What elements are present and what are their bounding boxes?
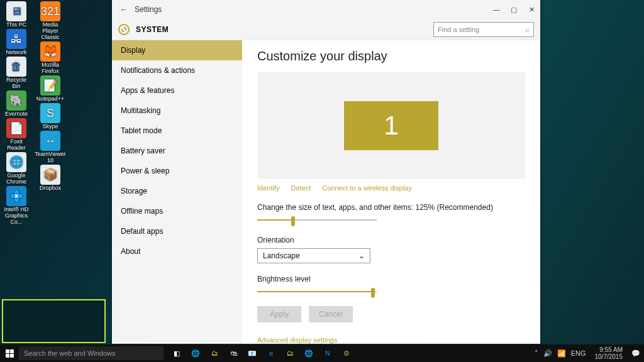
search-icon: ⌕: [525, 25, 530, 34]
cancel-button: Cancel: [309, 306, 353, 322]
sidebar-item-battery-saver[interactable]: Battery saver: [112, 141, 242, 161]
taskbar-pin[interactable]: 🗂: [205, 344, 224, 362]
orientation-select[interactable]: Landscape ⌄: [257, 248, 370, 263]
taskbar-search[interactable]: Search the web and Windows: [19, 346, 164, 360]
desktop-icon[interactable]: SSkype: [36, 103, 64, 129]
desktop-icon[interactable]: 🖧Network: [3, 29, 30, 55]
scale-slider[interactable]: [257, 216, 377, 224]
desktop-icon[interactable]: 🖥This PC: [3, 1, 30, 28]
sidebar-item-apps-features[interactable]: Apps & features: [112, 80, 242, 101]
monitor-1[interactable]: 1: [344, 101, 438, 150]
volume-icon[interactable]: 🔊: [543, 349, 552, 358]
sidebar-item-storage[interactable]: Storage: [112, 181, 242, 201]
notifications-icon[interactable]: 💬: [631, 349, 640, 358]
taskbar-pin[interactable]: N: [318, 344, 337, 362]
back-button[interactable]: ←: [117, 5, 131, 14]
desktop-icon[interactable]: 💠Intel® HD Graphics Co...: [3, 186, 30, 225]
sidebar: DisplayNotifications & actionsApps & fea…: [112, 40, 242, 344]
desktop-icon[interactable]: 🦊Mozilla Firefox: [36, 41, 64, 74]
desktop-icon[interactable]: 📝Notepad++: [36, 75, 64, 102]
taskbar-pin[interactable]: 🌐: [186, 344, 205, 362]
tray-chevron-icon[interactable]: ˄: [535, 349, 538, 358]
page-heading: Customize your display: [257, 49, 525, 63]
system-tray: ˄ 🔊 📶 ENG 9:55 AM 10/7/2015 💬: [531, 346, 644, 360]
start-button[interactable]: [0, 344, 19, 362]
brightness-slider[interactable]: [257, 287, 377, 296]
desktop-icon[interactable]: 🗑Recycle Bin: [3, 57, 30, 89]
slider-thumb[interactable]: [371, 288, 375, 298]
chevron-down-icon: ⌄: [358, 251, 365, 260]
clock[interactable]: 9:55 AM 10/7/2015: [595, 346, 623, 360]
window-title: Settings: [135, 5, 162, 14]
sidebar-item-display[interactable]: Display: [112, 40, 242, 60]
taskbar-pin[interactable]: 🌐: [299, 344, 318, 362]
desktop-icon[interactable]: 🌐Google Chrome: [3, 152, 30, 185]
display-preview[interactable]: 1: [257, 72, 525, 179]
identify-link[interactable]: Identify: [257, 184, 279, 192]
wireless-link[interactable]: Connect to a wireless display: [322, 184, 411, 192]
taskbar-pin[interactable]: 📧: [243, 344, 262, 362]
sidebar-item-default-apps[interactable]: Default apps: [112, 221, 242, 241]
taskbar-pins: ◧🌐🗂🛍📧e🗂🌐N⚙: [167, 344, 356, 362]
minimize-button[interactable]: —: [487, 0, 505, 19]
taskbar-pin[interactable]: e: [262, 344, 280, 362]
taskbar-pin[interactable]: 🛍: [224, 344, 243, 362]
header: SYSTEM Find a setting ⌕: [112, 19, 540, 40]
scale-label: Change the size of text, apps, and other…: [257, 203, 525, 212]
desktop-icon[interactable]: 🐘Evernote: [3, 90, 30, 117]
apply-button: Apply: [257, 306, 301, 322]
titlebar: ← Settings — ▢ ✕: [112, 0, 540, 19]
sidebar-item-power-sleep[interactable]: Power & sleep: [112, 161, 242, 181]
brightness-label: Brightness level: [257, 275, 525, 283]
desktop-peek-preview: [2, 299, 106, 343]
close-button[interactable]: ✕: [523, 0, 540, 19]
sidebar-item-offline-maps[interactable]: Offline maps: [112, 201, 242, 221]
desktop-icon[interactable]: 321Media Player Classic: [36, 1, 64, 40]
desktop: 🖥This PC🖧Network🗑Recycle Bin🐘Evernote📄Fo…: [3, 1, 64, 225]
settings-window: ← Settings — ▢ ✕ SYSTEM Find a setting ⌕…: [112, 0, 540, 344]
desktop-icon[interactable]: ↔TeamViewer 10: [36, 131, 64, 163]
section-title: SYSTEM: [136, 25, 169, 34]
sidebar-item-notifications-actions[interactable]: Notifications & actions: [112, 60, 242, 80]
gear-icon: [118, 24, 130, 35]
sidebar-item-tablet-mode[interactable]: Tablet mode: [112, 121, 242, 141]
detect-link[interactable]: Detect: [291, 184, 311, 192]
slider-thumb[interactable]: [291, 216, 295, 226]
settings-search[interactable]: Find a setting ⌕: [433, 22, 534, 37]
sidebar-item-about[interactable]: About: [112, 241, 242, 261]
taskbar-pin[interactable]: ◧: [167, 344, 186, 362]
taskbar-pin[interactable]: ⚙: [337, 344, 356, 362]
search-placeholder: Find a setting: [438, 26, 479, 33]
taskbar: Search the web and Windows ◧🌐🗂🛍📧e🗂🌐N⚙ ˄ …: [0, 344, 644, 362]
display-action-links: Identify Detect Connect to a wireless di…: [257, 184, 525, 192]
network-icon[interactable]: 📶: [557, 349, 566, 358]
desktop-icon[interactable]: 📦Dropbox: [36, 165, 64, 191]
desktop-icon[interactable]: 📄Foxit Reader: [3, 118, 30, 151]
advanced-settings-link[interactable]: Advanced display settings: [257, 336, 525, 344]
maximize-button[interactable]: ▢: [505, 0, 523, 19]
sidebar-item-multitasking[interactable]: Multitasking: [112, 101, 242, 121]
content-pane: Customize your display 1 Identify Detect…: [242, 40, 540, 344]
orientation-value: Landscape: [263, 251, 300, 260]
taskbar-pin[interactable]: 🗂: [280, 344, 299, 362]
language-indicator[interactable]: ENG: [571, 349, 586, 357]
windows-logo-icon: [6, 349, 14, 358]
orientation-label: Orientation: [257, 236, 525, 244]
